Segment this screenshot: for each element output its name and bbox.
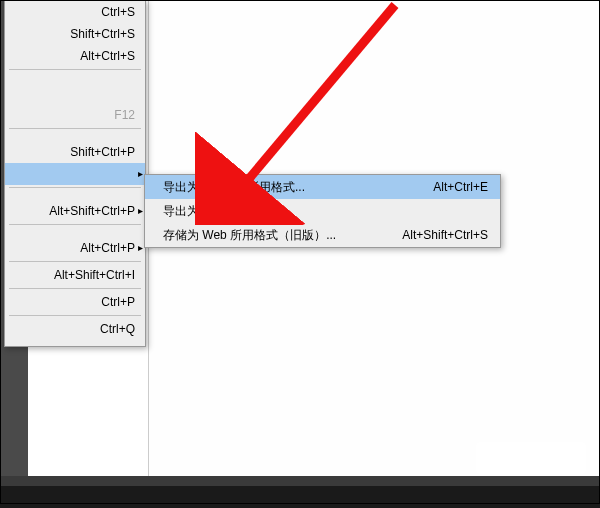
menu-item[interactable]: Ctrl+P (5, 291, 145, 313)
submenu-label: 导出为... (163, 199, 209, 223)
menu-item[interactable]: Alt+Shift+Ctrl+I (5, 264, 145, 286)
submenu-label: 导出为多种屏幕所用格式... (163, 175, 305, 199)
submenu-label: 存储为 Web 所用格式（旧版）... (163, 223, 336, 247)
menu-separator (9, 315, 141, 316)
export-submenu[interactable]: 导出为多种屏幕所用格式... Alt+Ctrl+E 导出为... 存储为 Web… (144, 174, 501, 248)
menu-separator (9, 224, 141, 225)
menu-separator (9, 187, 141, 188)
menu-shortcut: Alt+Ctrl+P (80, 241, 135, 255)
submenu-item-export-as[interactable]: 导出为... (145, 199, 500, 223)
menu-separator (9, 128, 141, 129)
menu-separator (9, 261, 141, 262)
menu-shortcut: Alt+Shift+Ctrl+P (49, 204, 135, 218)
menu-item[interactable]: Shift+Ctrl+S (5, 23, 145, 45)
app-lower-strip (0, 476, 600, 486)
watermark (476, 442, 586, 474)
menu-separator (9, 288, 141, 289)
submenu-arrow-icon: ▸ (138, 237, 143, 259)
menu-item-export[interactable]: ▸ (5, 163, 145, 185)
submenu-item-save-for-web[interactable]: 存储为 Web 所用格式（旧版）... Alt+Shift+Ctrl+S (145, 223, 500, 247)
file-menu[interactable]: Ctrl+S Shift+Ctrl+S Alt+Ctrl+S F12 Shift… (4, 0, 146, 347)
submenu-arrow-icon: ▸ (138, 200, 143, 222)
submenu-item-export-screens[interactable]: 导出为多种屏幕所用格式... Alt+Ctrl+E (145, 175, 500, 199)
menu-shortcut: Ctrl+Q (100, 322, 135, 336)
menu-shortcut: Ctrl+S (101, 5, 135, 19)
menu-shortcut: Shift+Ctrl+S (70, 27, 135, 41)
menu-item[interactable]: Alt+Ctrl+S (5, 45, 145, 67)
menu-item[interactable]: Ctrl+Q (5, 318, 145, 340)
menu-item[interactable]: Shift+Ctrl+P (5, 141, 145, 163)
menu-item[interactable]: Ctrl+S (5, 1, 145, 23)
menu-shortcut: Alt+Shift+Ctrl+I (54, 268, 135, 282)
menu-shortcut: Alt+Ctrl+S (80, 49, 135, 63)
menu-shortcut: Shift+Ctrl+P (70, 145, 135, 159)
submenu-shortcut: Alt+Shift+Ctrl+S (402, 223, 488, 247)
submenu-shortcut: Alt+Ctrl+E (433, 175, 488, 199)
menu-shortcut: F12 (114, 108, 135, 122)
menu-separator (9, 69, 141, 70)
menu-shortcut: Ctrl+P (101, 295, 135, 309)
menu-item[interactable]: Alt+Shift+Ctrl+P▸ (5, 200, 145, 222)
submenu-arrow-icon: ▸ (138, 163, 143, 185)
app-status-bar (0, 486, 600, 508)
screenshot-stage: Ctrl+S Shift+Ctrl+S Alt+Ctrl+S F12 Shift… (0, 0, 600, 508)
menu-item[interactable]: F12 (5, 104, 145, 126)
menu-item[interactable]: Alt+Ctrl+P▸ (5, 237, 145, 259)
